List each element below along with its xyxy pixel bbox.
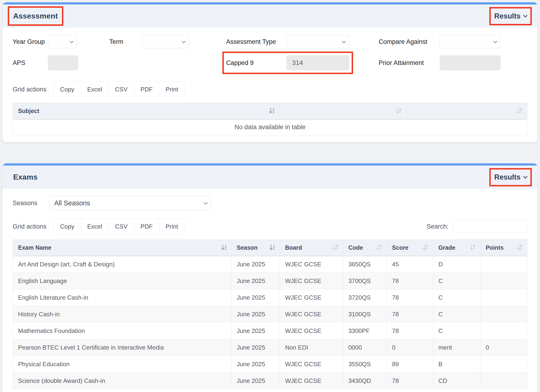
assessment-body: Year Group Term Assessment Type Compare … — [2, 35, 538, 142]
copy-button[interactable]: Copy — [54, 82, 81, 97]
sort-both-icon — [332, 244, 339, 251]
table-cell: 78 — [387, 289, 433, 306]
excel-button[interactable]: Excel — [81, 82, 109, 97]
table-cell: June 2025 — [231, 323, 280, 339]
chevron-down-icon — [70, 39, 74, 43]
excel-button[interactable]: Excel — [81, 219, 109, 234]
table-cell: June 2025 — [231, 372, 280, 389]
pdf-button[interactable]: PDF — [134, 219, 159, 234]
form-spacer — [109, 55, 226, 70]
seasons-select[interactable]: All Seasons — [49, 196, 211, 210]
table-cell: WJEC GCSE — [280, 323, 343, 339]
csv-button[interactable]: CSV — [109, 219, 134, 234]
column-header-grade[interactable]: Grade — [433, 240, 480, 256]
table-cell: June 2025 — [231, 289, 280, 306]
assessment-grid-actions-row: Grid actions CopyExcelCSVPDFPrint — [13, 82, 527, 97]
table-cell: 0 — [480, 339, 527, 356]
export-button-group: CopyExcelCSVPDFPrint — [54, 82, 185, 97]
print-button[interactable]: Print — [159, 219, 185, 234]
assessment-form: Year Group Term Assessment Type Compare … — [13, 35, 527, 70]
grid-actions-group: Grid actions CopyExcelCSVPDFPrint — [13, 82, 185, 97]
exams-header: Exams Results — [2, 165, 538, 189]
table-cell: CD — [433, 372, 480, 389]
table-cell: D — [433, 256, 480, 273]
compare-against-label: Compare Against — [379, 38, 440, 45]
table-cell: Art And Design (art, Craft & Design) — [13, 256, 231, 273]
grid-actions-label: Grid actions — [13, 86, 46, 93]
sort-descending-icon — [221, 244, 227, 251]
copy-button[interactable]: Copy — [54, 219, 81, 234]
table-cell: History Cash-in — [13, 306, 231, 323]
table-cell: June 2025 — [231, 273, 280, 289]
table-cell: 3700QS — [343, 273, 387, 289]
search-label: Search: — [427, 223, 449, 230]
sort-both-icon — [516, 244, 523, 251]
search-input[interactable] — [452, 220, 527, 233]
table-cell: 0 — [387, 339, 433, 356]
table-cell: 0000 — [343, 339, 387, 356]
aps-value — [48, 55, 78, 70]
table-cell — [480, 356, 527, 372]
panel-accent-bar — [2, 164, 538, 165]
table-cell: WJEC GCSE — [280, 306, 343, 323]
exams-table: Exam Name Season Board Code — [13, 239, 527, 389]
table-cell: 3100QS — [343, 306, 387, 323]
table-cell: Non EDI — [280, 339, 343, 356]
table-cell: English Literature Cash-in — [13, 289, 231, 306]
year-group-select[interactable] — [48, 35, 77, 48]
table-cell: WJEC GCSE — [280, 356, 343, 372]
sort-descending-icon — [269, 107, 275, 114]
exams-panel-title: Exams — [13, 173, 38, 181]
column-header-board[interactable]: Board — [280, 240, 343, 256]
csv-button[interactable]: CSV — [109, 82, 134, 97]
pdf-button[interactable]: PDF — [134, 82, 159, 97]
table-cell: 78 — [387, 372, 433, 389]
table-row: Pearson BTEC Level 1 Certificate in Inte… — [13, 339, 527, 356]
table-row: Science (double Award) Cash-inJune 2025W… — [13, 372, 527, 389]
sort-both-icon — [376, 244, 382, 251]
grid-actions-label: Grid actions — [13, 223, 46, 230]
column-header-score[interactable]: Score — [387, 240, 433, 256]
table-cell: 78 — [387, 306, 433, 323]
column-header-subject[interactable]: Subject — [13, 103, 279, 119]
column-header-points[interactable]: Points — [480, 240, 527, 256]
print-button[interactable]: Print — [159, 82, 185, 97]
chevron-down-icon — [342, 39, 346, 43]
sort-descending-icon — [269, 244, 275, 251]
column-header-season[interactable]: Season — [231, 240, 280, 256]
empty-table-row: No data available in table — [13, 119, 527, 135]
seasons-selected-value: All Seasons — [54, 199, 90, 207]
table-cell: 78 — [387, 323, 433, 339]
table-cell: Science (double Award) Cash-in — [13, 372, 231, 389]
chevron-down-icon — [204, 200, 208, 204]
assessment-type-select[interactable] — [286, 35, 349, 48]
prior-attainment-field: Prior Attainment — [379, 55, 527, 70]
chevron-down-icon — [182, 39, 185, 43]
results-dropdown[interactable]: Results — [494, 173, 527, 181]
assessment-type-label: Assessment Type — [226, 38, 286, 45]
table-cell: 3430QD — [343, 372, 387, 389]
assessment-type-field: Assessment Type — [226, 35, 379, 48]
column-header-blank-2[interactable] — [406, 103, 527, 119]
column-header-blank-1[interactable] — [279, 103, 406, 119]
chevron-down-icon — [523, 13, 527, 17]
results-dropdown[interactable]: Results — [494, 12, 527, 20]
table-row: History Cash-inJune 2025WJEC GCSE3100QS7… — [13, 306, 527, 323]
assessment-table-header: Subject — [13, 103, 527, 119]
exams-table-body: Art And Design (art, Craft & Design)June… — [13, 256, 527, 389]
export-button-group: CopyExcelCSVPDFPrint — [54, 219, 185, 234]
compare-against-field: Compare Against — [379, 35, 527, 48]
table-cell: 78 — [387, 273, 433, 289]
table-cell: June 2025 — [231, 256, 280, 273]
term-select[interactable] — [142, 35, 189, 48]
table-cell: WJEC GCSE — [280, 372, 343, 389]
compare-against-select[interactable] — [440, 35, 500, 48]
table-cell — [480, 273, 527, 289]
table-row: English Literature Cash-inJune 2025WJEC … — [13, 289, 527, 306]
capped9-annotated-group: Capped 9 314 — [226, 55, 349, 70]
column-header-exam-name[interactable]: Exam Name — [13, 240, 231, 256]
column-header-code[interactable]: Code — [343, 240, 387, 256]
table-row: Physical EducationJune 2025WJEC GCSE3550… — [13, 356, 527, 372]
table-cell: WJEC GCSE — [280, 256, 343, 273]
aps-label: APS — [13, 59, 48, 67]
